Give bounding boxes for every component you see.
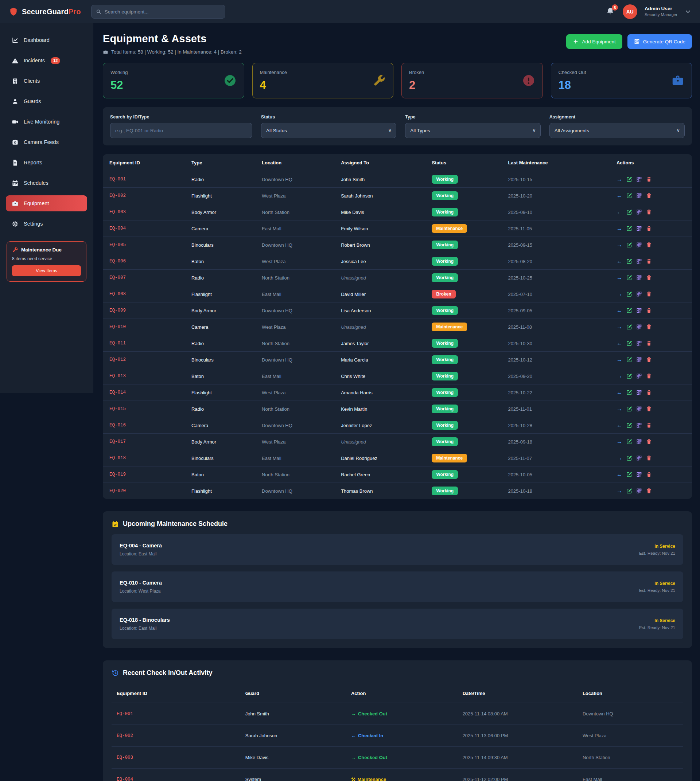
sidebar-item[interactable]: Live Monitoring bbox=[6, 114, 87, 130]
edit-icon[interactable] bbox=[627, 177, 632, 182]
checkout-arrow-icon[interactable] bbox=[617, 209, 622, 215]
qr-icon[interactable] bbox=[636, 308, 642, 313]
qr-icon[interactable] bbox=[636, 324, 642, 330]
trash-icon[interactable] bbox=[646, 340, 652, 346]
qr-icon[interactable] bbox=[636, 488, 642, 494]
qr-icon[interactable] bbox=[636, 471, 642, 478]
qr-icon[interactable] bbox=[636, 439, 642, 445]
edit-icon[interactable] bbox=[627, 373, 632, 379]
trash-icon[interactable] bbox=[646, 439, 652, 445]
edit-icon[interactable] bbox=[627, 308, 632, 313]
trash-icon[interactable] bbox=[646, 242, 652, 248]
checkout-arrow-icon[interactable] bbox=[617, 258, 622, 264]
edit-icon[interactable] bbox=[627, 488, 632, 494]
qr-icon[interactable] bbox=[636, 406, 642, 412]
edit-icon[interactable] bbox=[627, 471, 632, 478]
trash-icon[interactable] bbox=[646, 291, 652, 297]
edit-icon[interactable] bbox=[627, 390, 632, 395]
checkout-arrow-icon[interactable] bbox=[617, 308, 622, 313]
qr-icon[interactable] bbox=[636, 422, 642, 428]
trash-icon[interactable] bbox=[646, 275, 652, 281]
checkout-arrow-icon[interactable] bbox=[617, 488, 622, 494]
edit-icon[interactable] bbox=[627, 275, 632, 281]
checkout-arrow-icon[interactable] bbox=[617, 373, 622, 379]
sidebar-item[interactable]: Incidents 12 bbox=[6, 52, 87, 68]
avatar[interactable]: AU bbox=[623, 4, 637, 19]
generate-qr-button[interactable]: Generate QR Code bbox=[627, 34, 692, 49]
sidebar-item[interactable]: Schedules bbox=[6, 175, 87, 191]
trash-icon[interactable] bbox=[646, 373, 652, 379]
edit-icon[interactable] bbox=[627, 422, 632, 428]
checkout-arrow-icon[interactable] bbox=[617, 226, 622, 231]
edit-icon[interactable] bbox=[627, 193, 632, 199]
edit-icon[interactable] bbox=[627, 455, 632, 461]
assignment-filter-select[interactable]: All Assignments bbox=[550, 123, 685, 138]
checkout-arrow-icon[interactable] bbox=[617, 471, 622, 478]
notifications-button[interactable]: 5 bbox=[606, 7, 615, 17]
qr-icon[interactable] bbox=[636, 209, 642, 215]
qr-icon[interactable] bbox=[636, 390, 642, 395]
trash-icon[interactable] bbox=[646, 455, 652, 461]
edit-icon[interactable] bbox=[627, 258, 632, 264]
id-type-search-input[interactable] bbox=[110, 123, 252, 138]
trash-icon[interactable] bbox=[646, 177, 652, 182]
trash-icon[interactable] bbox=[646, 308, 652, 313]
checkout-arrow-icon[interactable] bbox=[617, 357, 622, 363]
checkout-arrow-icon[interactable] bbox=[617, 291, 622, 297]
edit-icon[interactable] bbox=[627, 226, 632, 231]
qr-icon[interactable] bbox=[636, 275, 642, 281]
trash-icon[interactable] bbox=[646, 324, 652, 330]
qr-icon[interactable] bbox=[636, 258, 642, 264]
edit-icon[interactable] bbox=[627, 209, 632, 215]
trash-icon[interactable] bbox=[646, 390, 652, 395]
qr-icon[interactable] bbox=[636, 177, 642, 182]
trash-icon[interactable] bbox=[646, 357, 652, 363]
sidebar-item[interactable]: Guards bbox=[6, 93, 87, 109]
add-equipment-button[interactable]: Add Equipment bbox=[566, 34, 622, 49]
qr-icon[interactable] bbox=[636, 226, 642, 231]
qr-icon[interactable] bbox=[636, 291, 642, 297]
checkout-arrow-icon[interactable] bbox=[617, 406, 622, 412]
edit-icon[interactable] bbox=[627, 406, 632, 412]
qr-icon[interactable] bbox=[636, 357, 642, 363]
type-filter-select[interactable]: All Types bbox=[405, 123, 540, 138]
checkout-arrow-icon[interactable] bbox=[617, 193, 622, 199]
qr-icon[interactable] bbox=[636, 242, 642, 248]
trash-icon[interactable] bbox=[646, 209, 652, 215]
qr-icon[interactable] bbox=[636, 340, 642, 346]
checkout-arrow-icon[interactable] bbox=[617, 275, 622, 281]
status-filter-select[interactable]: All Status bbox=[261, 123, 396, 138]
trash-icon[interactable] bbox=[646, 258, 652, 264]
checkout-arrow-icon[interactable] bbox=[617, 177, 622, 182]
checkout-arrow-icon[interactable] bbox=[617, 422, 622, 428]
sidebar-item[interactable]: Clients bbox=[6, 73, 87, 89]
trash-icon[interactable] bbox=[646, 471, 652, 478]
checkout-arrow-icon[interactable] bbox=[617, 324, 622, 330]
sidebar-item[interactable]: Dashboard bbox=[6, 32, 87, 48]
checkout-arrow-icon[interactable] bbox=[617, 242, 622, 248]
trash-icon[interactable] bbox=[646, 406, 652, 412]
edit-icon[interactable] bbox=[627, 357, 632, 363]
qr-icon[interactable] bbox=[636, 455, 642, 461]
checkout-arrow-icon[interactable] bbox=[617, 390, 622, 395]
checkout-arrow-icon[interactable] bbox=[617, 455, 622, 461]
trash-icon[interactable] bbox=[646, 488, 652, 494]
qr-icon[interactable] bbox=[636, 373, 642, 379]
qr-icon[interactable] bbox=[636, 193, 642, 199]
checkout-arrow-icon[interactable] bbox=[617, 340, 622, 346]
sidebar-item[interactable]: Camera Feeds bbox=[6, 134, 87, 150]
search-input[interactable] bbox=[105, 9, 220, 15]
trash-icon[interactable] bbox=[646, 422, 652, 428]
edit-icon[interactable] bbox=[627, 242, 632, 248]
edit-icon[interactable] bbox=[627, 439, 632, 445]
sidebar-item[interactable]: Equipment bbox=[6, 195, 87, 211]
chevron-down-icon[interactable] bbox=[685, 8, 691, 15]
edit-icon[interactable] bbox=[627, 291, 632, 297]
sidebar-item[interactable]: Settings bbox=[6, 216, 87, 232]
view-items-button[interactable]: View Items bbox=[12, 265, 81, 276]
edit-icon[interactable] bbox=[627, 324, 632, 330]
trash-icon[interactable] bbox=[646, 193, 652, 199]
sidebar-item[interactable]: Reports bbox=[6, 155, 87, 171]
edit-icon[interactable] bbox=[627, 340, 632, 346]
trash-icon[interactable] bbox=[646, 226, 652, 231]
